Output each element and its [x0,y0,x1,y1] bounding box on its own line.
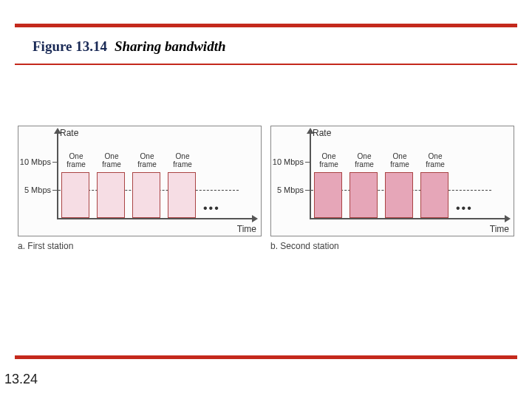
figure-area: Rate Time 10 Mbps 5 Mbps One frame [18,126,514,251]
bar: One frame [314,172,342,218]
panel-a-caption: a. First station [18,241,262,251]
ellipsis-icon: ••• [203,202,220,215]
bar: One frame [97,172,125,218]
bar-label: One frame [167,152,198,168]
y-tick-label-5: 5 Mbps [271,185,304,194]
panel-b-caption: b. Second station [270,241,514,251]
bar-label: One frame [420,152,451,168]
bars-a: One frame One frame One frame [61,141,240,218]
y-axis-label: Rate [60,128,78,138]
x-axis-label: Time [490,224,509,234]
bars-b: One frame One frame One frame [314,141,493,218]
bar-label: One frame [313,152,344,168]
bar-label: One frame [384,152,415,168]
y-tick-5 [52,190,57,191]
bar-label: One frame [349,152,380,168]
bar: One frame [349,172,378,218]
y-tick-label-10: 10 Mbps [18,157,51,166]
y-axis-label: Rate [313,128,331,138]
y-tick-10 [52,162,57,163]
bar: One frame [132,172,160,218]
chart-a: Rate Time 10 Mbps 5 Mbps One frame [18,126,262,236]
y-tick-label-10: 10 Mbps [271,157,304,166]
bar: One frame [168,172,196,218]
panel-second-station: Rate Time 10 Mbps 5 Mbps One frame [270,126,514,251]
panel-first-station: Rate Time 10 Mbps 5 Mbps One frame [18,126,262,251]
chart-b: Rate Time 10 Mbps 5 Mbps One frame [270,126,514,236]
bar-label: One frame [61,152,92,168]
x-axis [310,218,506,219]
bar: One frame [61,172,89,218]
bottom-rule [15,355,517,359]
figure-number: Figure 13.14 [33,38,107,54]
page-number: 13.24 [4,372,38,387]
x-axis [57,218,253,219]
top-rule [15,24,517,27]
y-axis [310,132,311,219]
bar-label: One frame [96,152,127,168]
y-axis [57,132,58,219]
y-tick-5 [305,190,310,191]
mid-rule [15,64,517,65]
figure-title: Figure 13.14 Sharing bandwidth [33,38,225,55]
figure-caption: Sharing bandwidth [115,38,226,54]
bar-label: One frame [132,152,163,168]
bar: One frame [385,172,413,218]
y-tick-label-5: 5 Mbps [18,185,51,194]
y-tick-10 [305,162,310,163]
x-axis-label: Time [237,224,256,234]
bar: One frame [420,172,449,218]
ellipsis-icon: ••• [456,202,473,215]
